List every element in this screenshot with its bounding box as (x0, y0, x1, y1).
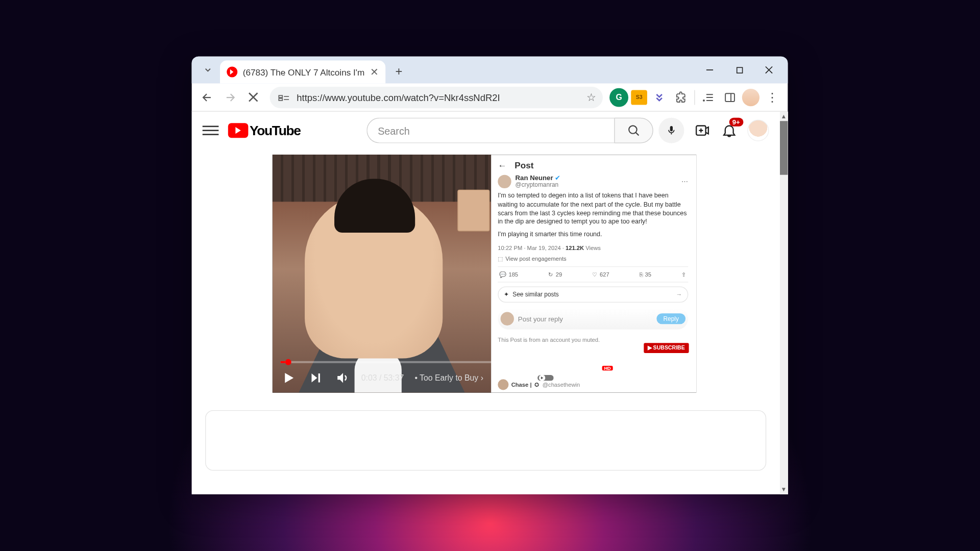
extensions-menu-icon[interactable] (671, 88, 690, 107)
guide-menu-button[interactable] (203, 122, 219, 139)
window-close-button[interactable] (754, 59, 783, 81)
window-maximize-button[interactable] (724, 59, 754, 81)
extension-grammarly-icon[interactable]: G (609, 88, 628, 107)
search-tabs-button[interactable] (200, 62, 216, 78)
scroll-down-arrow[interactable]: ▼ (780, 485, 788, 494)
bookmark-star-icon[interactable]: ☆ (586, 91, 596, 104)
side-panel-icon[interactable] (721, 88, 740, 107)
reply-avatar (501, 312, 514, 325)
retweets-stat: ↻ 29 (548, 271, 562, 278)
tweet-engagements-link: View post engagements (505, 256, 566, 262)
play-button[interactable] (281, 370, 297, 386)
voice-search-button[interactable] (658, 118, 684, 143)
profile-avatar-button[interactable] (742, 88, 760, 106)
tweet-body-2: I'm playing it smarter this time round. (498, 230, 688, 239)
miniplayer-button[interactable] (618, 370, 634, 386)
svg-rect-21 (626, 378, 631, 382)
svg-rect-7 (279, 98, 282, 100)
forward-button[interactable] (220, 87, 240, 108)
hd-badge: HD (602, 366, 612, 370)
close-tab-icon[interactable]: ✕ (370, 66, 379, 78)
address-bar[interactable]: ☆ (270, 86, 603, 108)
bookmarks-stat: ⎘ 35 (640, 271, 651, 278)
tweet-avatar (498, 174, 511, 188)
tweet-author-name: Ran Neuner (516, 174, 553, 181)
volume-button[interactable] (334, 370, 351, 386)
autoplay-toggle[interactable] (537, 370, 554, 386)
youtube-play-icon (228, 123, 249, 138)
svg-point-13 (629, 126, 636, 133)
account-avatar[interactable] (747, 120, 769, 141)
tweet-views-label: Views (585, 245, 601, 252)
page-content: YouTube Search 9+ (192, 112, 788, 494)
browser-tab[interactable]: (6783) The ONLY 7 Altcoins I'm ✕ (220, 61, 385, 84)
see-similar-posts: ✦See similar posts→ (498, 287, 688, 303)
youtube-logo-text: YouTube (250, 123, 301, 138)
settings-button[interactable]: HD (592, 370, 608, 386)
tweet-views-count: 121.2K (566, 245, 584, 252)
replies-stat: 💬 185 (499, 271, 518, 278)
back-arrow-icon: ← (498, 160, 506, 170)
notifications-button[interactable]: 9+ (721, 122, 738, 139)
browser-toolbar: ☆ G S3 ⋮ (192, 83, 788, 111)
svg-rect-6 (279, 95, 282, 97)
video-frame-presenter (273, 155, 491, 393)
youtube-header: YouTube Search 9+ (192, 112, 780, 149)
theater-mode-button[interactable] (645, 370, 662, 386)
youtube-favicon (227, 66, 237, 77)
chapter-display[interactable]: • Too Early to Buy › (414, 373, 483, 382)
svg-rect-1 (737, 67, 742, 73)
tweet-more-icon: ⋯ (681, 178, 688, 185)
youtube-logo[interactable]: YouTube (228, 123, 301, 138)
back-button[interactable] (197, 87, 217, 108)
reply-placeholder: Post your reply (518, 315, 653, 322)
share-icon: ⇪ (681, 271, 687, 278)
search-button[interactable] (614, 118, 653, 143)
youtube-searchbox: Search (366, 118, 684, 143)
toolbar-separator (694, 90, 695, 105)
tweet-author-handle: @cryptomanran (516, 182, 560, 188)
svg-rect-11 (725, 93, 734, 102)
content-scrollbar[interactable]: ▲ ▼ (780, 112, 788, 494)
fullscreen-button[interactable] (672, 370, 689, 386)
new-tab-button[interactable]: + (389, 62, 408, 81)
create-button[interactable] (694, 122, 711, 139)
video-info-card (205, 410, 766, 471)
window-minimize-button[interactable] (695, 59, 724, 81)
extension-todoist-icon[interactable] (650, 88, 669, 107)
search-placeholder: Search (378, 124, 410, 136)
site-info-icon[interactable] (277, 91, 291, 104)
time-display: 0:03 / 53:37 (361, 373, 404, 382)
scroll-up-arrow[interactable]: ▲ (780, 112, 788, 121)
subtitles-button[interactable]: CC (565, 370, 581, 386)
video-player[interactable]: ←Post Ran Neuner ✔ @cryptomanran ⋯ I'm s… (273, 155, 696, 393)
svg-point-10 (703, 99, 704, 101)
scrollbar-thumb[interactable] (780, 121, 788, 174)
reply-composer: Post your reply Reply (498, 308, 688, 330)
svg-line-14 (636, 133, 639, 136)
next-button[interactable] (307, 370, 324, 386)
browser-window: (6783) The ONLY 7 Altcoins I'm ✕ + ☆ G S… (192, 57, 788, 494)
verified-badge-icon: ✔ (555, 174, 560, 181)
tweet-stats: 💬 185 ↻ 29 ♡ 627 ⎘ 35 ⇪ (498, 266, 688, 283)
search-input[interactable]: Search (366, 118, 615, 143)
url-input[interactable] (297, 92, 581, 103)
stop-reload-button[interactable] (243, 87, 263, 108)
extension-s3-icon[interactable]: S3 (631, 90, 647, 105)
post-heading: Post (514, 160, 533, 170)
video-controls: 0:03 / 53:37 • Too Early to Buy › CC HD (273, 363, 696, 393)
tab-strip: (6783) The ONLY 7 Altcoins I'm ✕ + (192, 57, 788, 84)
video-frame-tweet: ←Post Ran Neuner ✔ @cryptomanran ⋯ I'm s… (491, 155, 696, 393)
svg-rect-22 (647, 374, 659, 381)
subscribe-overlay: ▶ SUBSCRIBE (643, 342, 690, 354)
media-control-icon[interactable] (699, 88, 718, 107)
chrome-menu-button[interactable]: ⋮ (762, 87, 782, 108)
notification-badge: 9+ (729, 118, 743, 127)
likes-stat: ♡ 627 (592, 271, 609, 278)
reply-button: Reply (656, 313, 685, 324)
tab-title: (6783) The ONLY 7 Altcoins I'm (243, 67, 365, 77)
tweet-timestamp: 10:22 PM · Mar 19, 2024 (498, 245, 560, 252)
tweet-body-1: I'm so tempted to degen into a list of t… (498, 192, 688, 227)
